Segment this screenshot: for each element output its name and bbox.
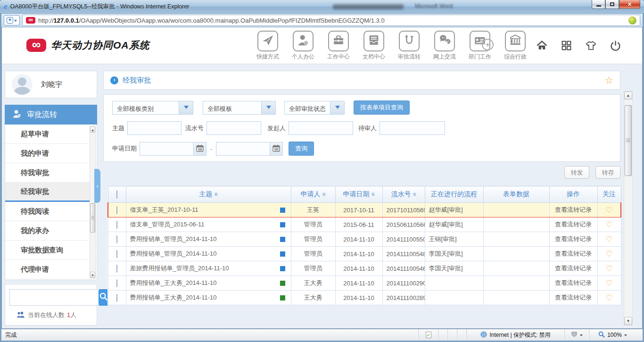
nav-item-document-center[interactable]: 文档中心	[360, 31, 388, 61]
view-flow-record-link[interactable]: 查看流转记录	[555, 221, 592, 228]
view-flow-record-link[interactable]: 查看流转记录	[555, 265, 592, 272]
nav-item-online-chat[interactable]: 网上交流	[430, 31, 459, 61]
sidebar-menu-item-proxy-application[interactable]: 代理申请	[5, 260, 97, 279]
row-checkbox[interactable]	[116, 294, 117, 302]
browser-titlebar[interactable]: e OA8000平台版_FPLMYSQL5--经我审批 - Windows In…	[0, 0, 644, 14]
dropdown-button[interactable]	[330, 101, 344, 114]
grid-apps-icon[interactable]	[561, 40, 572, 53]
scroll-down-icon[interactable]: ▼	[624, 317, 632, 325]
subject-label: 主题	[112, 124, 124, 133]
search-input[interactable]	[9, 289, 99, 306]
sidebar-menu-item-my-applications[interactable]: 我的申请	[5, 144, 97, 163]
date-to-input[interactable]	[216, 142, 270, 156]
table-row[interactable]: 差旅费用报销单_管理员_2014-11-10 管理员 2014-11-10 20…	[108, 261, 621, 276]
calendar-from-button[interactable]	[193, 142, 206, 156]
column-header-serial-no[interactable]: 流水号≡	[382, 186, 425, 203]
column-header-subject[interactable]: 主题≡	[126, 186, 291, 203]
dropdown-button[interactable]	[179, 101, 193, 114]
row-checkbox[interactable]	[116, 235, 117, 243]
initiator-label: 发起人	[267, 124, 286, 133]
theme-tshirt-icon[interactable]	[585, 40, 597, 53]
follow-heart-icon[interactable]: ♡	[605, 279, 612, 288]
dropdown-value: 全部模板	[203, 101, 261, 114]
table-row[interactable]: 费用报销单_管理员_2014-11-10 管理员 2014-11-10 2014…	[108, 232, 621, 247]
table-row[interactable]: 费用报销单_王大勇_2014-11-10 王大勇 2014-11-10 2014…	[108, 291, 621, 305]
subject-input[interactable]	[127, 121, 182, 135]
form-item-query-button[interactable]: 按表单项目查询	[354, 100, 410, 115]
address-bar-input[interactable]: ∞ http://127.0.0.1/OAapp/WebObjects/OAap…	[22, 15, 640, 26]
initiator-input[interactable]	[289, 121, 353, 135]
nav-item-approval-flow[interactable]: 审批流转	[395, 31, 423, 61]
table-row[interactable]: 费用报销单_王大勇_2014-11-10 王大勇 2014-11-10 2014…	[108, 276, 621, 291]
sidebar-section-approval-flow[interactable]: 审批流转	[5, 105, 97, 125]
view-flow-record-link[interactable]: 查看流转记录	[555, 294, 592, 301]
compatibility-button[interactable]	[564, 329, 589, 341]
follow-heart-icon[interactable]: ♡	[605, 206, 612, 215]
favorite-star-icon[interactable]: ☆	[605, 75, 613, 86]
follow-heart-icon[interactable]: ♡	[605, 235, 612, 244]
view-flow-record-link[interactable]: 查看流转记录	[555, 250, 592, 257]
column-header-applicant[interactable]: 申请人≡	[291, 186, 335, 203]
template-dropdown[interactable]: 全部模板	[203, 101, 276, 115]
scrollbar-thumb[interactable]	[625, 105, 632, 176]
follow-heart-icon[interactable]: ♡	[605, 264, 612, 273]
row-checkbox[interactable]	[116, 265, 117, 273]
nav-item-general-admin[interactable]: 综合行政	[501, 31, 529, 61]
query-button[interactable]: 查询	[289, 142, 314, 156]
maximize-button[interactable]	[605, 0, 619, 9]
serial-input[interactable]	[206, 121, 261, 135]
nav-item-work-center[interactable]: 工作中心	[324, 31, 353, 61]
sidebar-menu-item-my-undertaking[interactable]: 我的承办	[5, 221, 97, 241]
sidebar-menu-item-draft[interactable]: 起草申请	[5, 125, 97, 144]
table-row[interactable]: 费用报销单_管理员_2014-11-10 管理员 2014-11-10 2014…	[108, 247, 621, 261]
nav-item-personal-office[interactable]: 个人办公	[289, 31, 317, 61]
view-flow-record-link[interactable]: 查看流转记录	[555, 206, 592, 213]
view-flow-record-link[interactable]: 查看流转记录	[555, 279, 592, 286]
resize-grip[interactable]	[636, 329, 643, 341]
search-button[interactable]	[99, 289, 108, 306]
minimize-button[interactable]	[592, 0, 605, 9]
sort-icon: ≡	[371, 191, 374, 198]
scroll-up-icon[interactable]: ▲	[90, 126, 95, 133]
table-row[interactable]: 借支单_管理员_2015-06-11 管理员 2015-06-11 201506…	[108, 217, 621, 232]
scroll-down-icon[interactable]: ▼	[90, 272, 95, 278]
archive-button[interactable]: 转存	[595, 166, 620, 179]
nav-plus-button[interactable]: +	[4, 15, 20, 25]
row-checkbox[interactable]	[116, 250, 117, 258]
go-refresh-icon[interactable]	[628, 17, 636, 25]
scrollbar-thumb[interactable]	[90, 203, 95, 233]
dropdown-button[interactable]	[261, 101, 275, 114]
sidebar-menu-item-approval-data-query[interactable]: 审批数据查询	[5, 241, 97, 260]
follow-heart-icon[interactable]: ♡	[605, 293, 612, 302]
row-checkbox[interactable]	[116, 206, 117, 214]
sidebar-menu-item-approved-by-me[interactable]: 经我审批	[5, 183, 97, 202]
view-flow-record-link[interactable]: 查看流转记录	[555, 235, 592, 242]
apply-date-label: 申请日期	[112, 144, 137, 153]
approval-status-dropdown[interactable]: 全部审批状态	[284, 101, 345, 115]
template-category-dropdown[interactable]: 全部模板类别	[112, 101, 193, 115]
date-from-input[interactable]	[140, 142, 193, 156]
row-checkbox[interactable]	[116, 279, 117, 287]
follow-heart-icon[interactable]: ♡	[605, 250, 612, 259]
select-all-checkbox[interactable]	[116, 190, 117, 199]
follow-heart-icon[interactable]: ♡	[605, 220, 612, 229]
zoom-control[interactable]: 100%	[589, 329, 636, 341]
select-all-header[interactable]	[108, 186, 126, 203]
scroll-up-icon[interactable]: ▲	[624, 92, 632, 100]
add-module-button[interactable]: +	[482, 39, 494, 50]
sidebar-menu-item-pending-my-approval[interactable]: 待我审批	[5, 163, 97, 183]
nav-item-label: 综合行政	[501, 53, 529, 61]
nav-item-shortcuts[interactable]: 快捷方式	[254, 31, 282, 61]
calendar-to-button[interactable]	[270, 142, 283, 156]
home-icon[interactable]	[536, 40, 548, 53]
content-scrollbar[interactable]: ▲ ▼	[624, 91, 633, 325]
sidebar-menu-item-pending-my-reading[interactable]: 待我阅读	[5, 202, 97, 221]
close-button[interactable]: ×	[619, 0, 640, 9]
sidebar-collapse-tab[interactable]: ‹	[94, 169, 100, 203]
column-header-apply-date[interactable]: 申请日期≡	[335, 186, 382, 203]
table-row[interactable]: 借支单_王英_2017-10-11 王英 2017-10-11 20171011…	[108, 203, 621, 217]
power-logout-icon[interactable]	[610, 40, 621, 53]
row-checkbox[interactable]	[116, 221, 117, 229]
forward-button[interactable]: 转发	[564, 166, 589, 179]
pending-approver-input[interactable]	[380, 121, 445, 135]
